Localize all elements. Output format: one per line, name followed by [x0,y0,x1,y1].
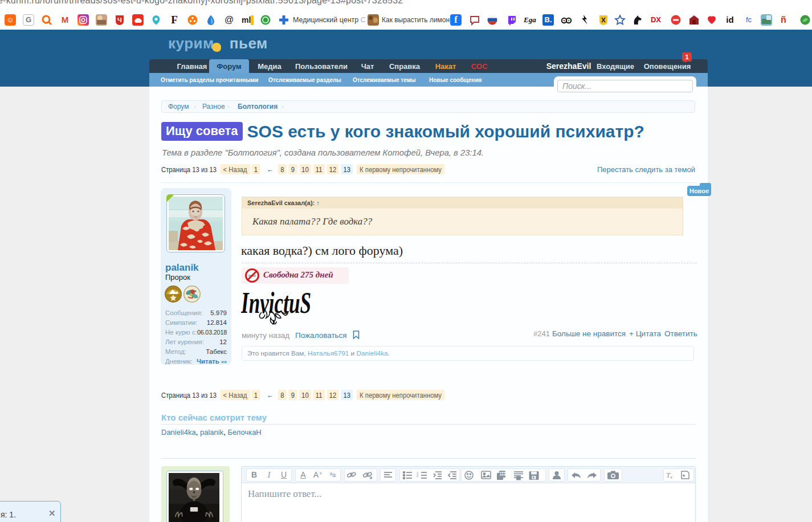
svg-text:Ч: Ч [117,17,122,23]
svg-text:x: x [670,475,672,480]
svg-text:2: 2 [417,474,419,478]
svg-text:InvictuS: InvictuS [241,287,311,319]
